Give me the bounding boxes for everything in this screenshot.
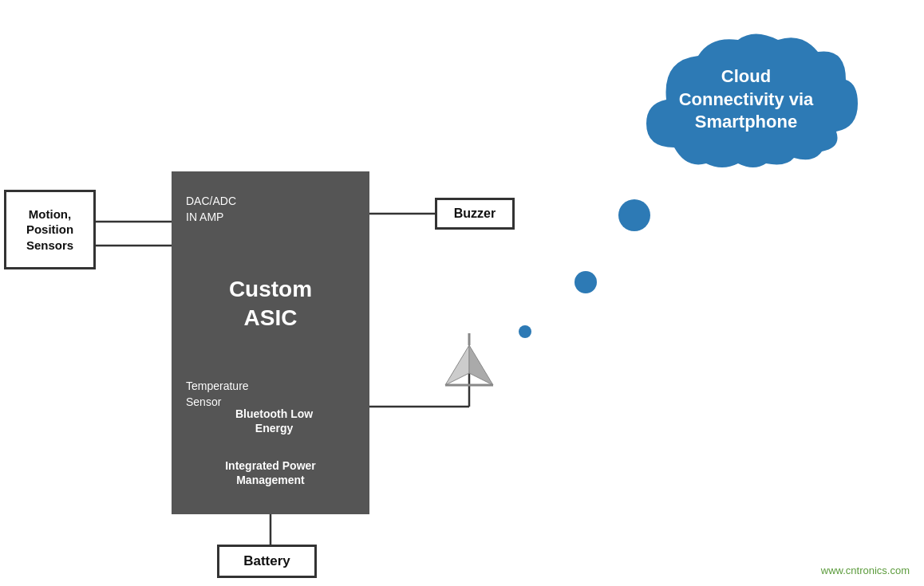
bluetooth-antenna — [437, 333, 501, 397]
sensors-box: Motion,PositionSensors — [4, 190, 96, 269]
power-management-label: Integrated PowerManagement — [172, 458, 369, 487]
sensors-label: Motion,PositionSensors — [26, 206, 73, 254]
cloud-shape: Cloud Connectivity via Smartphone — [630, 24, 862, 175]
cloud-line3: Smartphone — [695, 112, 797, 132]
battery-box: Battery — [217, 545, 317, 578]
svg-marker-7 — [445, 345, 469, 385]
dac-label: DAC/ADCIN AMP — [186, 194, 236, 225]
buzzer-label: Buzzer — [454, 206, 496, 221]
watermark: www.cntronics.com — [821, 564, 910, 576]
custom-asic-label: CustomASIC — [172, 275, 369, 333]
cloud-text: Cloud Connectivity via Smartphone — [658, 65, 834, 134]
temp-sensor-label: TemperatureSensor — [186, 379, 249, 410]
signal-dot-large — [618, 199, 650, 231]
signal-dot-small — [519, 325, 531, 338]
svg-marker-8 — [469, 345, 493, 385]
cloud-line1: Cloud — [721, 66, 771, 86]
asic-block: DAC/ADCIN AMP CustomASIC TemperatureSens… — [172, 171, 369, 514]
signal-dot-medium — [575, 271, 597, 293]
ble-label: Bluetooth LowEnergy — [235, 407, 313, 435]
cloud-line2: Connectivity via — [679, 89, 814, 109]
buzzer-box: Buzzer — [435, 198, 515, 230]
battery-label: Battery — [243, 553, 290, 569]
